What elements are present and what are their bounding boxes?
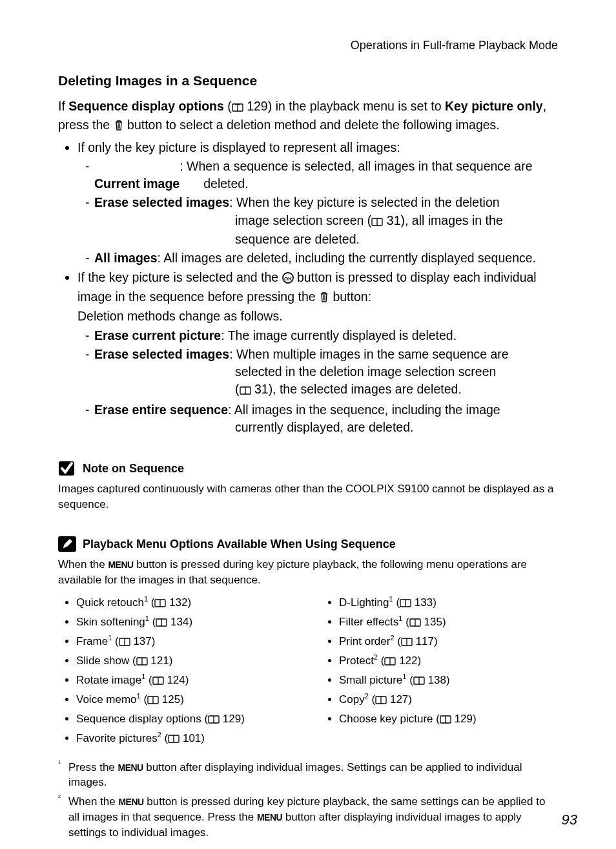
text-bold: Key picture only — [445, 99, 543, 113]
page-ref-icon — [400, 595, 411, 613]
bullet-individual-images: If the key picture is selected and the O… — [77, 269, 558, 437]
note-on-sequence: Note on Sequence Images captured continu… — [58, 459, 558, 512]
menu-option: Copy2 ( 127) — [339, 691, 558, 710]
text: If only the key picture is displayed to … — [77, 140, 400, 154]
page-ref-icon — [371, 213, 383, 231]
note-title: Playback Menu Options Available When Usi… — [83, 538, 396, 551]
page-ref-icon — [147, 692, 159, 710]
footnote-1: 1 Press the MENU button after displaying… — [58, 760, 558, 791]
page-ref-icon — [154, 595, 166, 613]
playback-menu-note: Playback Menu Options Available When Usi… — [58, 535, 558, 840]
page-ref-icon — [136, 653, 148, 671]
menu-option: Sequence display options ( 129) — [76, 710, 295, 729]
page-ref-icon — [152, 673, 164, 691]
menu-option: D-Lighting1 ( 133) — [339, 594, 558, 613]
menu-option: Rotate image1 ( 124) — [76, 671, 295, 691]
text: ) in the playback menu is set to — [268, 99, 445, 113]
label: Erase selected images — [94, 195, 229, 209]
page-ref-icon — [232, 99, 243, 116]
menu-options-left: Quick retouch1 ( 132)Skin softening1 ( 1… — [58, 594, 295, 749]
menu-option: Quick retouch1 ( 132) — [76, 594, 295, 613]
text: : When the key picture is selected in th… — [229, 195, 499, 209]
menu-button-label: MENU — [257, 812, 282, 823]
text: : When multiple images in the same seque… — [229, 347, 508, 361]
svg-text:OK: OK — [284, 275, 292, 281]
page-ref-icon — [168, 731, 180, 749]
text: selected in the deletion image selection… — [94, 363, 496, 400]
sub-all-images: - All images: All images are deleted, in… — [85, 249, 558, 267]
running-header: Operations in Full-frame Playback Mode — [58, 39, 558, 52]
text: If the key picture is selected and the — [77, 270, 282, 284]
text: currently displayed, are deleted. — [94, 419, 413, 436]
text: Deletion methods change as follows. — [77, 309, 283, 323]
text: When the — [68, 795, 119, 808]
label: All images — [94, 251, 158, 265]
text: : All images in the sequence, including … — [228, 403, 500, 417]
sub-erase-selected-2: - Erase selected images: When multiple i… — [85, 346, 558, 400]
pencil-box-icon — [58, 535, 76, 553]
menu-option: Protect2 ( 122) — [339, 652, 558, 671]
ok-icon: OK — [282, 271, 294, 288]
text: : The image currently displayed is delet… — [221, 328, 457, 342]
page-ref-icon — [119, 634, 130, 652]
menu-button-label: MENU — [119, 797, 144, 807]
text: If — [58, 99, 68, 113]
text: When the — [58, 558, 108, 571]
note-body: Images captured continuously with camera… — [58, 481, 558, 512]
text: button: — [329, 289, 371, 304]
text-bold: Sequence display options — [68, 99, 224, 113]
text: deleted. — [180, 176, 248, 191]
note-title: Note on Sequence — [83, 462, 184, 476]
page-ref: 31 — [254, 382, 269, 396]
sub-current-image: - Current image: When a sequence is sele… — [85, 158, 558, 193]
menu-option: Favorite pictures2 ( 101) — [76, 729, 295, 749]
label: Erase entire sequence — [94, 403, 228, 417]
menu-option: Slide show ( 121) — [76, 652, 295, 671]
menu-option: Frame1 ( 137) — [76, 633, 295, 652]
menu-option: Choose key picture ( 129) — [339, 710, 558, 729]
trash-icon — [319, 290, 329, 308]
sub-erase-selected: - Erase selected images: When the key pi… — [85, 194, 558, 248]
page-ref-icon — [440, 711, 451, 729]
label: Erase selected images — [94, 347, 229, 361]
text: : All images are deleted, including the … — [158, 251, 536, 265]
page-ref-icon — [208, 711, 220, 729]
trash-icon — [114, 118, 124, 136]
text: : When a sequence is selected, all image… — [180, 159, 532, 173]
menu-option: Small picture1 ( 138) — [339, 671, 558, 691]
label: Erase current picture — [94, 328, 221, 342]
menu-option: Voice memo1 ( 125) — [76, 691, 295, 710]
footnote-2: 2 When the MENU button is pressed during… — [58, 794, 558, 840]
page-ref: 31 — [387, 213, 401, 227]
bullet-key-picture-only: If only the key picture is displayed to … — [77, 139, 558, 267]
section-title: Deleting Images in a Sequence — [58, 73, 558, 89]
menu-button-label: MENU — [118, 762, 143, 773]
page-ref: 129 — [247, 99, 268, 113]
checkmark-box-icon — [58, 459, 76, 477]
page-ref-icon — [384, 653, 396, 671]
page-ref-icon — [156, 614, 167, 633]
text: button to select a deletion method and d… — [124, 118, 500, 132]
sub-erase-current: - Erase current picture: The image curre… — [85, 327, 558, 344]
label: Current image — [94, 176, 180, 191]
intro-paragraph: If Sequence display options ( 129) in th… — [58, 98, 558, 136]
menu-option: Print order2 ( 117) — [339, 633, 558, 652]
page-number: 93 — [562, 812, 577, 828]
sub-erase-entire: - Erase entire sequence: All images in t… — [85, 401, 558, 437]
menu-button-label: MENU — [108, 560, 134, 570]
page-ref-icon — [375, 692, 387, 710]
menu-option: Filter effects1 ( 135) — [339, 613, 558, 633]
text: image selection screen ( 31), all images… — [94, 212, 503, 249]
page-ref-icon — [413, 673, 425, 691]
menu-options-right: D-Lighting1 ( 133)Filter effects1 ( 135)… — [321, 594, 558, 729]
text: ( — [224, 99, 232, 113]
page-ref-icon — [409, 614, 421, 633]
menu-option: Skin softening1 ( 134) — [76, 613, 295, 633]
note-body: When the MENU button is pressed during k… — [58, 557, 558, 587]
page-ref-icon — [240, 382, 251, 399]
text: Press the — [68, 761, 118, 773]
page-ref-icon — [401, 634, 413, 652]
